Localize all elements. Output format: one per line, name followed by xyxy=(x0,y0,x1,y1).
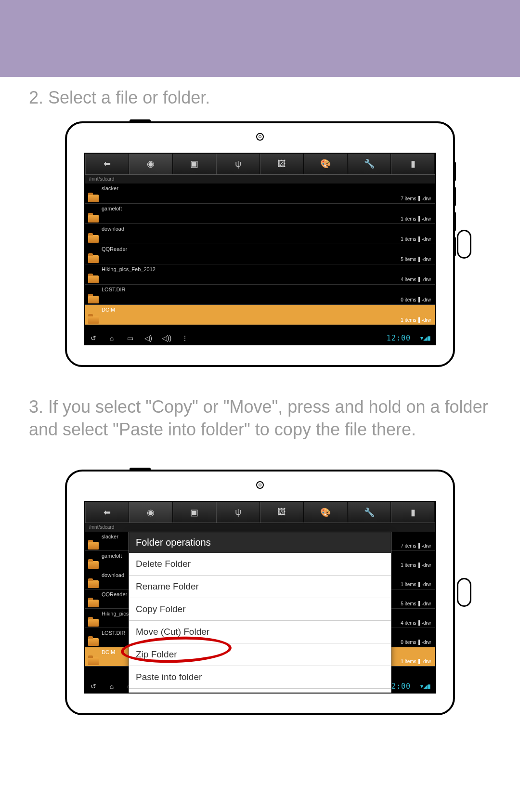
tablet-device-2: ⬅ ◉ ▣ ψ 🖼 🎨 🔧 ▮ /mnt/sdcard slacker7 ite… xyxy=(65,470,455,715)
header-banner xyxy=(0,0,520,77)
file-name: download xyxy=(102,572,124,578)
sd-icon[interactable]: ▣ xyxy=(173,502,217,523)
home-button xyxy=(457,578,471,607)
folder-icon xyxy=(88,638,99,646)
context-menu-item[interactable]: Paste into folder xyxy=(129,666,391,689)
context-menu-item[interactable]: Rename Folder xyxy=(129,576,391,598)
folder-icon xyxy=(88,255,99,263)
file-row[interactable]: LOST.DIR0 items-drw xyxy=(85,285,435,305)
context-menu: Folder operations Delete FolderRename Fo… xyxy=(129,532,391,694)
folder-icon xyxy=(88,195,99,202)
tablet-1-wrap: ⬅ ◉ ▣ ψ 🖼 🎨 🔧 ▮ /mnt/sdcard slacker7 ite… xyxy=(0,109,520,386)
image-icon[interactable]: 🖼 xyxy=(260,154,304,174)
file-list: slacker7 items-drwgameloft1 items-drwdow… xyxy=(85,183,435,325)
file-name: DCIM xyxy=(102,307,115,313)
context-menu-item[interactable]: Delete Folder xyxy=(129,553,391,576)
doc-icon[interactable]: ▮ xyxy=(391,154,435,174)
step-3-num: 3. xyxy=(29,397,43,417)
power-button xyxy=(130,119,151,122)
file-name: gameloft xyxy=(102,206,122,211)
toolbar: ⬅ ◉ ▣ ψ 🖼 🎨 🔧 ▮ xyxy=(85,154,435,175)
back-arrow-icon[interactable]: ⬅ xyxy=(85,154,129,174)
nav-bar: ↺ ⌂ ▭ ◁) ◁)) ⋮ 12:00 ▾◢▮ xyxy=(85,332,435,344)
file-meta: 1 items-drw xyxy=(401,317,431,323)
volume-up-icon[interactable]: ◁)) xyxy=(162,334,171,342)
file-name: Hiking_pics_Feb_2012 xyxy=(102,266,156,272)
screen-2: ⬅ ◉ ▣ ψ 🖼 🎨 🔧 ▮ /mnt/sdcard slacker7 ite… xyxy=(84,501,436,694)
tablet-2-wrap: ⬅ ◉ ▣ ψ 🖼 🎨 🔧 ▮ /mnt/sdcard slacker7 ite… xyxy=(0,441,520,734)
file-meta: 4 items-drw xyxy=(401,277,431,282)
tool-icon[interactable]: 🔧 xyxy=(348,154,391,174)
context-menu-item[interactable]: Extract here xyxy=(129,689,391,694)
signal-icon: ▾◢▮ xyxy=(420,683,431,690)
sd-icon[interactable]: ▣ xyxy=(173,154,217,174)
context-menu-item[interactable]: Move (Cut) Folder xyxy=(129,621,391,643)
folder-icon xyxy=(88,215,99,223)
file-name: QQReader xyxy=(102,246,127,252)
file-row[interactable]: download1 items-drw xyxy=(85,224,435,244)
back-icon[interactable]: ↺ xyxy=(89,334,98,342)
step-3-body: If you select "Copy" or "Move", press an… xyxy=(29,397,488,439)
folder-icon xyxy=(88,235,99,243)
folder-icon xyxy=(88,316,99,324)
file-name: LOST.DIR xyxy=(102,630,126,636)
volume-down-icon[interactable]: ◁) xyxy=(144,334,153,342)
front-camera xyxy=(256,133,264,141)
file-name: slacker xyxy=(102,534,118,539)
palette-icon[interactable]: 🎨 xyxy=(304,502,348,523)
menu-icon[interactable]: ⋮ xyxy=(181,334,189,342)
power-button xyxy=(130,468,151,471)
folder-icon xyxy=(88,561,99,569)
signal-icon: ▾◢▮ xyxy=(420,335,431,341)
usb-icon[interactable]: ψ xyxy=(216,154,260,174)
folder-icon xyxy=(88,619,99,627)
folder-icon xyxy=(88,542,99,550)
file-meta: 7 items-drw xyxy=(401,196,431,201)
file-meta: 0 items-drw xyxy=(401,297,431,302)
camera-icon[interactable]: ◉ xyxy=(129,154,173,174)
home-icon[interactable]: ⌂ xyxy=(107,334,116,342)
file-name: slacker xyxy=(102,185,118,191)
file-name: gameloft xyxy=(102,553,122,559)
file-row[interactable]: DCIM1 items-drw xyxy=(85,305,435,325)
palette-icon[interactable]: 🎨 xyxy=(304,154,348,174)
file-meta: 1 items-drw xyxy=(401,659,431,664)
step-2-num: 2. xyxy=(29,88,43,107)
recent-icon[interactable]: ▭ xyxy=(126,334,134,342)
front-camera xyxy=(256,481,264,489)
step-2-text: 2. Select a file or folder. xyxy=(0,77,520,109)
file-row[interactable]: Hiking_pics_Feb_20124 items-drw xyxy=(85,264,435,285)
file-meta: 0 items-drw xyxy=(401,640,431,645)
file-row[interactable]: QQReader5 items-drw xyxy=(85,244,435,264)
file-name: download xyxy=(102,226,124,232)
file-name: DCIM xyxy=(102,649,115,655)
context-menu-item[interactable]: Copy Folder xyxy=(129,598,391,621)
clock: 12:00 xyxy=(387,334,411,342)
back-icon[interactable]: ↺ xyxy=(89,682,98,690)
folder-icon xyxy=(88,657,99,665)
tablet-device-1: ⬅ ◉ ▣ ψ 🖼 🎨 🔧 ▮ /mnt/sdcard slacker7 ite… xyxy=(65,121,455,367)
folder-icon xyxy=(88,600,99,607)
doc-icon[interactable]: ▮ xyxy=(391,502,435,523)
image-icon[interactable]: 🖼 xyxy=(260,502,304,523)
file-meta: 5 items-drw xyxy=(401,257,431,262)
file-meta: 1 items-drw xyxy=(401,582,431,587)
side-buttons xyxy=(453,162,457,262)
tool-icon[interactable]: 🔧 xyxy=(348,502,391,523)
home-icon[interactable]: ⌂ xyxy=(107,682,116,690)
camera-icon[interactable]: ◉ xyxy=(129,502,173,523)
folder-icon xyxy=(88,296,99,303)
file-row[interactable]: slacker7 items-drw xyxy=(85,183,435,204)
folder-icon xyxy=(88,275,99,283)
file-meta: 5 items-drw xyxy=(401,601,431,606)
file-name: QQReader xyxy=(102,591,127,597)
screen-1: ⬅ ◉ ▣ ψ 🖼 🎨 🔧 ▮ /mnt/sdcard slacker7 ite… xyxy=(84,153,436,345)
context-menu-item[interactable]: Zip Folder xyxy=(129,643,391,666)
file-name: LOST.DIR xyxy=(102,287,126,292)
step-2-body: Select a file or folder. xyxy=(48,88,210,107)
file-row[interactable]: gameloft1 items-drw xyxy=(85,204,435,224)
usb-icon[interactable]: ψ xyxy=(216,502,260,523)
folder-icon xyxy=(88,580,99,588)
back-arrow-icon[interactable]: ⬅ xyxy=(85,502,129,523)
file-meta: 7 items-drw xyxy=(401,543,431,549)
